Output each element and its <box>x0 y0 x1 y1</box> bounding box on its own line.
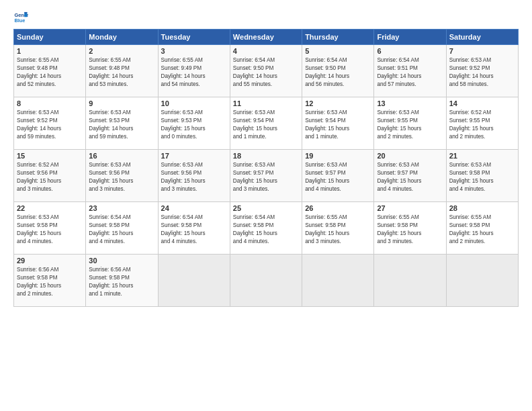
calendar-cell <box>374 255 446 307</box>
day-number: 22 <box>17 204 83 212</box>
day-info: Sunrise: 6:53 AM Sunset: 9:53 PM Dayligh… <box>89 109 154 141</box>
day-number: 26 <box>305 204 371 212</box>
calendar-cell: 7Sunrise: 6:53 AM Sunset: 9:52 PM Daylig… <box>446 45 518 97</box>
calendar-cell <box>230 255 302 307</box>
day-number: 1 <box>17 47 83 55</box>
svg-text:Blue: Blue <box>14 17 25 24</box>
calendar-cell: 25Sunrise: 6:54 AM Sunset: 9:58 PM Dayli… <box>230 202 302 255</box>
calendar-cell: 14Sunrise: 6:52 AM Sunset: 9:55 PM Dayli… <box>446 97 518 150</box>
calendar-table: SundayMondayTuesdayWednesdayThursdayFrid… <box>13 29 519 307</box>
calendar-cell: 20Sunrise: 6:53 AM Sunset: 9:57 PM Dayli… <box>374 150 446 202</box>
day-number: 12 <box>305 99 371 107</box>
day-info: Sunrise: 6:56 AM Sunset: 9:58 PM Dayligh… <box>89 266 154 298</box>
day-info: Sunrise: 6:54 AM Sunset: 9:58 PM Dayligh… <box>89 214 154 246</box>
calendar-cell: 19Sunrise: 6:53 AM Sunset: 9:57 PM Dayli… <box>302 150 374 202</box>
day-number: 18 <box>233 152 299 160</box>
weekday-header-monday: Monday <box>86 30 158 45</box>
day-number: 24 <box>161 204 227 212</box>
day-number: 30 <box>89 257 154 265</box>
day-info: Sunrise: 6:53 AM Sunset: 9:58 PM Dayligh… <box>449 161 515 193</box>
calendar-cell: 26Sunrise: 6:55 AM Sunset: 9:58 PM Dayli… <box>302 202 374 255</box>
day-number: 20 <box>377 152 443 160</box>
day-number: 2 <box>89 47 154 55</box>
day-number: 23 <box>89 204 154 212</box>
calendar-cell: 16Sunrise: 6:53 AM Sunset: 9:56 PM Dayli… <box>86 150 158 202</box>
calendar-cell: 1Sunrise: 6:55 AM Sunset: 9:48 PM Daylig… <box>14 45 86 97</box>
day-info: Sunrise: 6:52 AM Sunset: 9:56 PM Dayligh… <box>17 161 83 193</box>
day-info: Sunrise: 6:53 AM Sunset: 9:52 PM Dayligh… <box>17 109 83 141</box>
logo: General Blue <box>13 10 31 25</box>
weekday-header-tuesday: Tuesday <box>158 30 230 45</box>
calendar-cell: 12Sunrise: 6:53 AM Sunset: 9:54 PM Dayli… <box>302 97 374 150</box>
calendar-cell: 11Sunrise: 6:53 AM Sunset: 9:54 PM Dayli… <box>230 97 302 150</box>
logo-icon: General Blue <box>13 10 28 25</box>
day-number: 19 <box>305 152 371 160</box>
day-info: Sunrise: 6:54 AM Sunset: 9:50 PM Dayligh… <box>305 56 371 89</box>
calendar-cell: 2Sunrise: 6:55 AM Sunset: 9:48 PM Daylig… <box>86 45 158 97</box>
header: General Blue <box>13 10 519 25</box>
calendar-cell <box>446 255 518 307</box>
calendar-cell: 17Sunrise: 6:53 AM Sunset: 9:56 PM Dayli… <box>158 150 230 202</box>
calendar-cell: 29Sunrise: 6:56 AM Sunset: 9:58 PM Dayli… <box>14 255 86 307</box>
day-info: Sunrise: 6:56 AM Sunset: 9:58 PM Dayligh… <box>17 266 83 298</box>
calendar-cell: 21Sunrise: 6:53 AM Sunset: 9:58 PM Dayli… <box>446 150 518 202</box>
calendar-cell: 9Sunrise: 6:53 AM Sunset: 9:53 PM Daylig… <box>86 97 158 150</box>
day-number: 17 <box>161 152 227 160</box>
day-info: Sunrise: 6:54 AM Sunset: 9:58 PM Dayligh… <box>233 214 299 246</box>
weekday-header-thursday: Thursday <box>302 30 374 45</box>
day-info: Sunrise: 6:52 AM Sunset: 9:55 PM Dayligh… <box>449 109 515 141</box>
day-number: 28 <box>449 204 515 212</box>
calendar-cell: 3Sunrise: 6:55 AM Sunset: 9:49 PM Daylig… <box>158 45 230 97</box>
day-info: Sunrise: 6:55 AM Sunset: 9:48 PM Dayligh… <box>89 56 154 89</box>
day-number: 11 <box>233 99 299 107</box>
weekday-header-wednesday: Wednesday <box>230 30 302 45</box>
day-info: Sunrise: 6:54 AM Sunset: 9:51 PM Dayligh… <box>377 56 443 89</box>
day-info: Sunrise: 6:53 AM Sunset: 9:57 PM Dayligh… <box>377 161 443 193</box>
day-info: Sunrise: 6:55 AM Sunset: 9:58 PM Dayligh… <box>449 214 515 246</box>
calendar-cell <box>302 255 374 307</box>
page: General Blue SundayMondayTuesdayWednesda… <box>0 0 532 411</box>
calendar-cell: 15Sunrise: 6:52 AM Sunset: 9:56 PM Dayli… <box>14 150 86 202</box>
day-number: 13 <box>377 99 443 107</box>
day-number: 14 <box>449 99 515 107</box>
day-number: 16 <box>89 152 154 160</box>
day-info: Sunrise: 6:53 AM Sunset: 9:53 PM Dayligh… <box>161 109 227 141</box>
weekday-header-saturday: Saturday <box>446 30 518 45</box>
day-info: Sunrise: 6:55 AM Sunset: 9:48 PM Dayligh… <box>17 56 83 89</box>
weekday-header-sunday: Sunday <box>14 30 86 45</box>
day-info: Sunrise: 6:53 AM Sunset: 9:55 PM Dayligh… <box>377 109 443 141</box>
calendar-cell: 22Sunrise: 6:53 AM Sunset: 9:58 PM Dayli… <box>14 202 86 255</box>
day-number: 7 <box>449 47 515 55</box>
day-info: Sunrise: 6:53 AM Sunset: 9:52 PM Dayligh… <box>449 56 515 89</box>
calendar-cell: 23Sunrise: 6:54 AM Sunset: 9:58 PM Dayli… <box>86 202 158 255</box>
day-info: Sunrise: 6:53 AM Sunset: 9:57 PM Dayligh… <box>305 161 371 193</box>
day-number: 3 <box>161 47 227 55</box>
day-info: Sunrise: 6:54 AM Sunset: 9:58 PM Dayligh… <box>161 214 227 246</box>
day-info: Sunrise: 6:54 AM Sunset: 9:50 PM Dayligh… <box>233 56 299 89</box>
calendar-cell: 28Sunrise: 6:55 AM Sunset: 9:58 PM Dayli… <box>446 202 518 255</box>
day-info: Sunrise: 6:53 AM Sunset: 9:56 PM Dayligh… <box>89 161 154 193</box>
day-info: Sunrise: 6:55 AM Sunset: 9:49 PM Dayligh… <box>161 56 227 89</box>
day-number: 15 <box>17 152 83 160</box>
calendar-cell <box>158 255 230 307</box>
day-info: Sunrise: 6:53 AM Sunset: 9:56 PM Dayligh… <box>161 161 227 193</box>
calendar-cell: 8Sunrise: 6:53 AM Sunset: 9:52 PM Daylig… <box>14 97 86 150</box>
day-number: 5 <box>305 47 371 55</box>
calendar-cell: 10Sunrise: 6:53 AM Sunset: 9:53 PM Dayli… <box>158 97 230 150</box>
day-info: Sunrise: 6:55 AM Sunset: 9:58 PM Dayligh… <box>305 214 371 246</box>
calendar-cell: 13Sunrise: 6:53 AM Sunset: 9:55 PM Dayli… <box>374 97 446 150</box>
calendar-cell: 24Sunrise: 6:54 AM Sunset: 9:58 PM Dayli… <box>158 202 230 255</box>
day-number: 29 <box>17 257 83 265</box>
day-info: Sunrise: 6:53 AM Sunset: 9:57 PM Dayligh… <box>233 161 299 193</box>
calendar-cell: 5Sunrise: 6:54 AM Sunset: 9:50 PM Daylig… <box>302 45 374 97</box>
day-number: 25 <box>233 204 299 212</box>
calendar-cell: 30Sunrise: 6:56 AM Sunset: 9:58 PM Dayli… <box>86 255 158 307</box>
weekday-header-friday: Friday <box>374 30 446 45</box>
day-number: 9 <box>89 99 154 107</box>
day-info: Sunrise: 6:55 AM Sunset: 9:58 PM Dayligh… <box>377 214 443 246</box>
day-number: 8 <box>17 99 83 107</box>
calendar-cell: 6Sunrise: 6:54 AM Sunset: 9:51 PM Daylig… <box>374 45 446 97</box>
calendar-cell: 18Sunrise: 6:53 AM Sunset: 9:57 PM Dayli… <box>230 150 302 202</box>
day-info: Sunrise: 6:53 AM Sunset: 9:58 PM Dayligh… <box>17 214 83 246</box>
calendar-cell: 4Sunrise: 6:54 AM Sunset: 9:50 PM Daylig… <box>230 45 302 97</box>
